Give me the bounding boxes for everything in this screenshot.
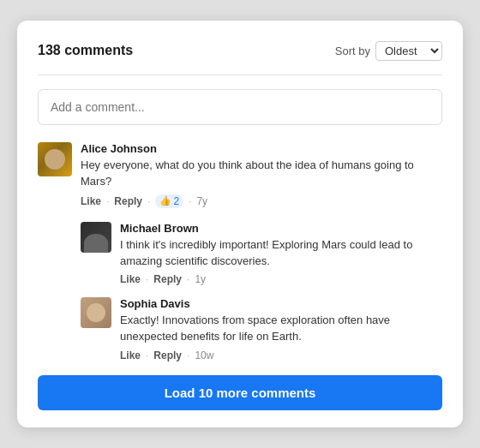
sort-by-label: Sort by — [335, 45, 370, 57]
reply-link-michael[interactable]: Reply — [153, 273, 182, 285]
header-divider — [38, 75, 442, 75]
comment-actions-michael: Like · Reply · 1y — [120, 273, 442, 285]
avatar-sophia — [81, 297, 111, 328]
likes-badge-alice: 👍 2 — [155, 194, 183, 208]
sep1: · — [106, 195, 109, 207]
avatar-alice — [38, 142, 72, 176]
comment-body-sophia: Sophia Davis Exactly! Innovations from s… — [120, 297, 442, 361]
sep6: · — [146, 349, 148, 361]
comment-author-sophia: Sophia Davis — [120, 297, 442, 310]
sep7: · — [187, 349, 189, 361]
sep5: · — [187, 273, 189, 285]
comments-header: 138 comments Sort by Oldest Newest Top — [38, 41, 442, 61]
comment-author-alice: Alice Johnson — [81, 142, 442, 155]
avatar-michael — [81, 222, 111, 253]
comment-actions-sophia: Like · Reply · 10w — [120, 349, 442, 361]
comment-alice: Alice Johnson Hey everyone, what do you … — [38, 142, 442, 208]
comment-actions-alice: Like · Reply · 👍 2 · 7y — [81, 194, 442, 208]
comments-card: 138 comments Sort by Oldest Newest Top A… — [17, 21, 463, 427]
sep3: · — [189, 195, 191, 207]
comment-text-sophia: Exactly! Innovations from space explorat… — [120, 313, 442, 345]
sep4: · — [146, 273, 148, 285]
add-comment-input[interactable] — [38, 89, 442, 125]
comment-sophia: Sophia Davis Exactly! Innovations from s… — [81, 297, 442, 361]
sort-select[interactable]: Oldest Newest Top — [375, 41, 442, 61]
like-link-michael[interactable]: Like — [120, 273, 141, 285]
reply-link-alice[interactable]: Reply — [114, 195, 142, 207]
time-ago-sophia: 10w — [195, 349, 213, 361]
comments-count: 138 comments — [38, 43, 133, 58]
sort-by-container: Sort by Oldest Newest Top — [335, 41, 442, 61]
comment-body-michael: Michael Brown I think it's incredibly im… — [120, 222, 442, 286]
comment-michael: Michael Brown I think it's incredibly im… — [81, 222, 442, 286]
comment-text-michael: I think it's incredibly important! Explo… — [120, 237, 442, 270]
like-link-alice[interactable]: Like — [81, 195, 101, 207]
time-ago-alice: 7y — [196, 195, 207, 207]
load-more-button[interactable]: Load 10 more comments — [38, 375, 442, 410]
replies-container: Michael Brown I think it's incredibly im… — [81, 222, 442, 361]
reply-link-sophia[interactable]: Reply — [153, 349, 182, 361]
comment-body-alice: Alice Johnson Hey everyone, what do you … — [81, 142, 442, 208]
time-ago-michael: 1y — [195, 273, 206, 285]
thumb-icon: 👍 — [159, 195, 171, 206]
comment-text-alice: Hey everyone, what do you think about th… — [81, 158, 442, 190]
comment-author-michael: Michael Brown — [120, 222, 442, 235]
likes-count-alice: 2 — [173, 195, 179, 207]
like-link-sophia[interactable]: Like — [120, 349, 141, 361]
sep2: · — [147, 195, 150, 207]
